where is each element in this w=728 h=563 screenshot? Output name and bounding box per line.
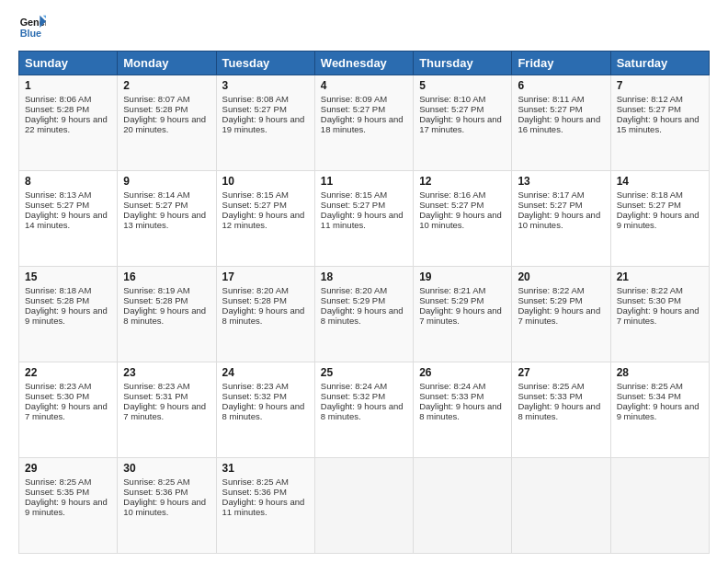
day-number: 15 [25, 270, 111, 283]
sunrise-label: Sunrise: 8:25 AM [222, 477, 289, 487]
sunset-label: Sunset: 5:27 PM [617, 200, 681, 210]
header: General Blue [18, 14, 710, 41]
calendar-cell: 12 Sunrise: 8:16 AM Sunset: 5:27 PM Dayl… [414, 171, 512, 267]
day-number: 22 [25, 366, 111, 379]
logo: General Blue [18, 14, 51, 41]
day-number: 20 [518, 270, 604, 283]
daylight-label: Daylight: 9 hours and 7 minutes. [617, 305, 700, 326]
sunrise-label: Sunrise: 8:20 AM [222, 285, 289, 295]
sunset-label: Sunset: 5:30 PM [617, 295, 681, 305]
sunset-label: Sunset: 5:28 PM [25, 295, 89, 305]
calendar-cell: 2 Sunrise: 8:07 AM Sunset: 5:28 PM Dayli… [118, 75, 216, 171]
day-number: 28 [617, 366, 703, 379]
sunset-label: Sunset: 5:28 PM [123, 295, 188, 305]
calendar-cell: 15 Sunrise: 8:18 AM Sunset: 5:28 PM Dayl… [19, 267, 118, 362]
calendar-cell [314, 458, 413, 554]
sunrise-label: Sunrise: 8:22 AM [617, 285, 683, 295]
sunrise-label: Sunrise: 8:08 AM [222, 94, 289, 104]
day-number: 14 [617, 175, 703, 188]
day-number: 21 [617, 270, 703, 283]
sunrise-label: Sunrise: 8:13 AM [25, 190, 91, 200]
day-number: 25 [321, 366, 407, 379]
calendar-cell: 18 Sunrise: 8:20 AM Sunset: 5:29 PM Dayl… [314, 267, 413, 362]
sunrise-label: Sunrise: 8:19 AM [123, 285, 189, 295]
sunrise-label: Sunrise: 8:25 AM [617, 381, 683, 391]
weekday-monday: Monday [118, 52, 216, 75]
sunrise-label: Sunrise: 8:23 AM [123, 381, 189, 391]
sunrise-label: Sunrise: 8:11 AM [518, 94, 584, 104]
day-number: 9 [123, 175, 210, 188]
calendar-cell [414, 458, 512, 554]
day-number: 3 [222, 79, 309, 92]
day-number: 7 [617, 79, 703, 92]
daylight-label: Daylight: 9 hours and 10 minutes. [123, 497, 206, 517]
sunset-label: Sunset: 5:32 PM [222, 391, 287, 401]
sunset-label: Sunset: 5:27 PM [518, 200, 582, 210]
sunrise-label: Sunrise: 8:14 AM [123, 190, 189, 200]
daylight-label: Daylight: 9 hours and 8 minutes. [419, 401, 502, 421]
sunrise-label: Sunrise: 8:07 AM [123, 94, 189, 104]
daylight-label: Daylight: 9 hours and 12 minutes. [222, 210, 305, 230]
calendar-cell: 29 Sunrise: 8:25 AM Sunset: 5:35 PM Dayl… [19, 458, 118, 554]
daylight-label: Daylight: 9 hours and 22 minutes. [25, 114, 108, 134]
calendar-cell [610, 458, 709, 554]
calendar-cell: 1 Sunrise: 8:06 AM Sunset: 5:28 PM Dayli… [19, 75, 118, 171]
day-number: 29 [25, 462, 111, 475]
daylight-label: Daylight: 9 hours and 9 minutes. [25, 497, 108, 517]
sunset-label: Sunset: 5:27 PM [25, 200, 89, 210]
sunrise-label: Sunrise: 8:10 AM [419, 94, 485, 104]
weekday-saturday: Saturday [610, 52, 709, 75]
sunset-label: Sunset: 5:28 PM [123, 104, 188, 114]
week-row-1: 1 Sunrise: 8:06 AM Sunset: 5:28 PM Dayli… [19, 75, 710, 171]
day-number: 6 [518, 79, 604, 92]
sunrise-label: Sunrise: 8:15 AM [222, 190, 289, 200]
calendar-cell: 19 Sunrise: 8:21 AM Sunset: 5:29 PM Dayl… [414, 267, 512, 362]
sunrise-label: Sunrise: 8:25 AM [25, 477, 91, 487]
sunset-label: Sunset: 5:34 PM [617, 391, 681, 401]
daylight-label: Daylight: 9 hours and 9 minutes. [25, 305, 108, 326]
day-number: 5 [419, 79, 506, 92]
day-number: 17 [222, 270, 309, 283]
sunset-label: Sunset: 5:28 PM [25, 104, 89, 114]
sunset-label: Sunset: 5:27 PM [123, 200, 188, 210]
daylight-label: Daylight: 9 hours and 7 minutes. [419, 305, 502, 326]
daylight-label: Daylight: 9 hours and 11 minutes. [321, 210, 404, 230]
logo-icon: General Blue [18, 14, 46, 41]
calendar-cell: 27 Sunrise: 8:25 AM Sunset: 5:33 PM Dayl… [512, 362, 610, 458]
daylight-label: Daylight: 9 hours and 10 minutes. [518, 210, 600, 230]
day-number: 1 [25, 79, 111, 92]
daylight-label: Daylight: 9 hours and 8 minutes. [222, 401, 305, 421]
sunset-label: Sunset: 5:36 PM [123, 487, 188, 497]
calendar-cell: 30 Sunrise: 8:25 AM Sunset: 5:36 PM Dayl… [118, 458, 216, 554]
calendar-cell: 7 Sunrise: 8:12 AM Sunset: 5:27 PM Dayli… [610, 75, 709, 171]
sunrise-label: Sunrise: 8:24 AM [419, 381, 485, 391]
sunset-label: Sunset: 5:27 PM [321, 104, 385, 114]
day-number: 31 [222, 462, 309, 475]
daylight-label: Daylight: 9 hours and 16 minutes. [518, 114, 600, 134]
day-number: 18 [321, 270, 407, 283]
sunset-label: Sunset: 5:27 PM [222, 200, 287, 210]
sunrise-label: Sunrise: 8:16 AM [419, 190, 485, 200]
week-row-4: 22 Sunrise: 8:23 AM Sunset: 5:30 PM Dayl… [19, 362, 710, 458]
sunset-label: Sunset: 5:35 PM [25, 487, 89, 497]
day-number: 10 [222, 175, 309, 188]
daylight-label: Daylight: 9 hours and 18 minutes. [321, 114, 404, 134]
sunrise-label: Sunrise: 8:09 AM [321, 94, 387, 104]
calendar-cell: 3 Sunrise: 8:08 AM Sunset: 5:27 PM Dayli… [216, 75, 314, 171]
sunrise-label: Sunrise: 8:18 AM [617, 190, 683, 200]
sunset-label: Sunset: 5:29 PM [419, 295, 483, 305]
svg-text:Blue: Blue [20, 28, 41, 39]
day-number: 23 [123, 366, 210, 379]
sunset-label: Sunset: 5:29 PM [321, 295, 385, 305]
day-number: 24 [222, 366, 309, 379]
week-row-2: 8 Sunrise: 8:13 AM Sunset: 5:27 PM Dayli… [19, 171, 710, 267]
calendar-cell: 8 Sunrise: 8:13 AM Sunset: 5:27 PM Dayli… [19, 171, 118, 267]
weekday-tuesday: Tuesday [216, 52, 314, 75]
weekday-friday: Friday [512, 52, 610, 75]
calendar-cell: 6 Sunrise: 8:11 AM Sunset: 5:27 PM Dayli… [512, 75, 610, 171]
sunrise-label: Sunrise: 8:25 AM [518, 381, 584, 391]
sunset-label: Sunset: 5:31 PM [123, 391, 188, 401]
daylight-label: Daylight: 9 hours and 7 minutes. [25, 401, 108, 421]
day-number: 8 [25, 175, 111, 188]
sunrise-label: Sunrise: 8:23 AM [222, 381, 289, 391]
